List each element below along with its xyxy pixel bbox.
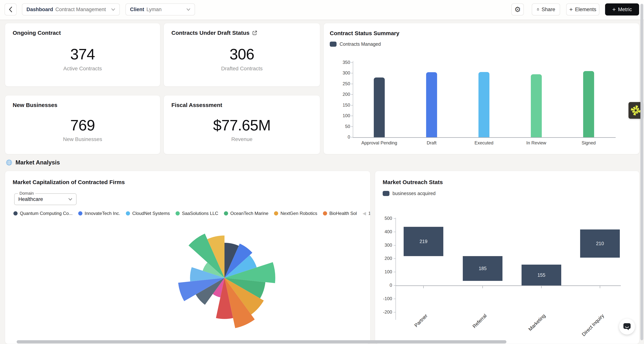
legend-prev-page-icon[interactable]: ◀ [362,211,366,216]
legend-dot-icon [14,211,18,216]
x-axis-tick [482,286,483,288]
new-businesses-card: New Businesses 769 New Businesses [5,95,160,154]
market-analysis-section-header: Market Analysis [6,159,60,166]
contract-status-summary-card: Contract Status Summary Contracts Manage… [324,23,640,154]
chat-widget-button[interactable] [619,319,635,334]
plus-icon: + [612,6,616,12]
y-axis-label: 0 [375,282,392,288]
x-axis-label: Direct Inquiry [581,313,605,338]
bar[interactable] [583,71,594,137]
x-axis-label: Signed [564,140,613,146]
market-capitalization-card: Market Capitalization of Contracted Firm… [5,171,370,344]
dashboard-select[interactable]: Dashboard Contract Management [22,4,120,16]
y-axis-label: 200 [332,92,350,97]
globe-icon [6,159,12,166]
legend-item[interactable]: InnovateTech Inc. [78,211,120,216]
horizontal-scrollbar-thumb[interactable] [17,340,506,344]
x-axis-tick [541,286,542,288]
x-axis-label: Marketing [527,313,547,332]
vertical-scrollbar-thumb[interactable] [640,4,643,340]
gear-icon: ⚙ [514,6,521,13]
chevron-down-icon [111,8,115,11]
metric-button-label: Metric [618,6,632,12]
external-link-icon[interactable] [252,30,257,36]
bar[interactable] [374,78,385,137]
bar[interactable] [426,72,437,137]
kpi-caption: Revenue [164,136,320,142]
kpi-caption: Active Contracts [5,66,160,72]
chart-legend[interactable]: Contracts Managed [330,42,381,47]
bar[interactable] [478,72,490,137]
legend-dot-icon [126,211,130,216]
share-button[interactable]: Share [532,4,560,16]
y-axis-tick [351,105,353,106]
y-axis-label: 100 [375,269,392,274]
share-icon [537,6,539,12]
legend-item-label: InnovateTech Inc. [85,211,120,216]
client-select-label: Client [130,6,144,12]
floating-bar[interactable]: 185 [463,256,502,281]
y-axis-tick [351,137,353,138]
zero-axis-line [396,286,621,286]
back-button[interactable] [4,4,17,16]
y-axis-label: 100 [332,113,350,118]
floating-bar[interactable]: 210 [580,230,620,258]
plus-icon: + [569,6,573,12]
y-axis-label: 150 [332,102,350,108]
x-axis-label: Executed [460,140,508,146]
chevron-down-icon [186,8,190,11]
bar-value-label: 155 [522,272,561,278]
client-select[interactable]: Client Lyman [126,4,195,16]
legend-item[interactable]: BioHealth Sol [323,211,357,216]
kpi-value: 306 [164,46,320,63]
y-axis-tick [351,94,353,95]
bar[interactable] [531,74,542,137]
y-axis-label: 50 [332,124,350,129]
dashboard-select-label: Dashboard [26,6,53,12]
ongoing-contract-card: Ongoing Contract 374 Active Contracts [5,23,160,86]
card-title: Contracts Under Draft Status [172,30,250,36]
y-axis-label: 350 [332,60,350,65]
add-elements-button[interactable]: + Elements [566,4,600,16]
elements-button-label: Elements [575,6,596,12]
legend-dot-icon [323,211,327,216]
y-axis-label: -200 [375,310,392,315]
y-axis-tick [394,232,396,232]
legend-label: Contracts Managed [340,42,381,47]
kpi-caption: New Businesses [5,136,160,142]
chart-title: Market Capitalization of Contracted Firm… [13,179,125,186]
chat-bubble-icon [623,322,631,331]
floating-bar[interactable]: 155 [522,264,561,286]
legend-pagination: ◀1/3▶ [362,211,370,216]
y-axis-label: -100 [375,296,392,301]
spark-asterisk-icon [630,105,641,116]
x-axis-label: Referral [472,313,488,329]
domain-select[interactable]: Domain Healthcare [14,193,76,205]
legend-item[interactable]: Quantum Computing Co... [14,211,72,216]
kpi-value: 374 [5,46,160,63]
domain-select-value: Healthcare [18,196,43,202]
y-axis-tick [394,312,396,312]
x-axis-line [353,137,616,138]
legend-item-label: Quantum Computing Co... [20,211,72,216]
chart-title: Contract Status Summary [330,30,399,36]
x-axis-label: Partner [413,313,429,328]
card-title: New Businesses [13,102,58,108]
x-axis-label: In Review [512,140,561,146]
domain-select-label: Domain [18,191,35,196]
y-axis-tick [351,62,353,63]
add-metric-button[interactable]: + Metric [605,4,639,16]
legend-label: businesses acquired [392,191,436,196]
floating-bar[interactable]: 219 [404,227,443,256]
y-axis-tick [394,272,396,272]
contracts-under-draft-card: Contracts Under Draft Status 306 Drafted… [164,23,320,86]
x-axis-tick [423,286,424,288]
bar-value-label: 210 [580,241,620,246]
y-axis-tick [351,116,353,116]
chart-legend[interactable]: businesses acquired [383,191,436,196]
bar-value-label: 219 [404,239,443,244]
y-axis-label: 0 [332,134,350,140]
chart-title: Market Outreach Stats [383,179,443,186]
settings-button[interactable]: ⚙ [511,4,524,16]
legend-item-label: BioHealth Sol [329,211,357,216]
